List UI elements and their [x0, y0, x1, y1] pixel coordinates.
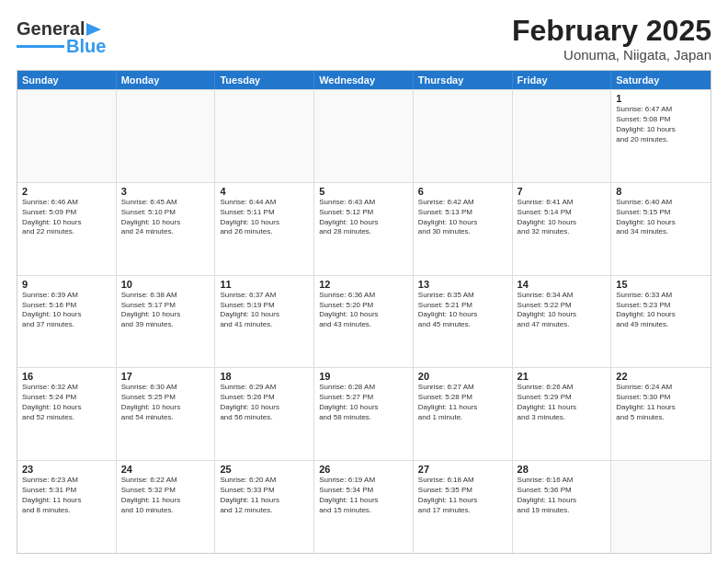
cal-cell-r0-c3 — [314, 90, 414, 182]
day-info: Sunrise: 6:18 AM Sunset: 5:35 PM Dayligh… — [418, 476, 507, 515]
day-info: Sunrise: 6:46 AM Sunset: 5:09 PM Dayligh… — [22, 198, 111, 237]
day-info: Sunrise: 6:33 AM Sunset: 5:23 PM Dayligh… — [616, 291, 706, 330]
day-info: Sunrise: 6:19 AM Sunset: 5:34 PM Dayligh… — [319, 476, 408, 515]
header-monday: Monday — [117, 71, 216, 89]
day-info: Sunrise: 6:20 AM Sunset: 5:33 PM Dayligh… — [220, 476, 309, 515]
day-info: Sunrise: 6:35 AM Sunset: 5:21 PM Dayligh… — [418, 291, 507, 330]
cal-cell-r2-c6: 15Sunrise: 6:33 AM Sunset: 5:23 PM Dayli… — [611, 276, 711, 368]
day-number: 12 — [319, 279, 408, 290]
cal-cell-r4-c1: 24Sunrise: 6:22 AM Sunset: 5:32 PM Dayli… — [117, 461, 216, 553]
calendar: Sunday Monday Tuesday Wednesday Thursday… — [17, 70, 711, 554]
day-number: 20 — [418, 371, 507, 382]
day-info: Sunrise: 6:30 AM Sunset: 5:25 PM Dayligh… — [121, 383, 210, 422]
cal-cell-r1-c3: 5Sunrise: 6:43 AM Sunset: 5:12 PM Daylig… — [314, 183, 414, 275]
cal-cell-r2-c1: 10Sunrise: 6:38 AM Sunset: 5:17 PM Dayli… — [117, 276, 216, 368]
cal-cell-r3-c2: 18Sunrise: 6:29 AM Sunset: 5:26 PM Dayli… — [215, 368, 314, 460]
cal-cell-r1-c2: 4Sunrise: 6:44 AM Sunset: 5:11 PM Daylig… — [215, 183, 314, 275]
day-info: Sunrise: 6:27 AM Sunset: 5:28 PM Dayligh… — [418, 383, 507, 422]
cal-cell-r2-c2: 11Sunrise: 6:37 AM Sunset: 5:19 PM Dayli… — [215, 276, 314, 368]
cal-cell-r0-c2 — [215, 90, 314, 182]
cal-cell-r1-c0: 2Sunrise: 6:46 AM Sunset: 5:09 PM Daylig… — [17, 183, 117, 275]
day-number: 23 — [22, 464, 111, 475]
day-number: 22 — [616, 371, 706, 382]
day-info: Sunrise: 6:23 AM Sunset: 5:31 PM Dayligh… — [22, 476, 111, 515]
day-number: 25 — [220, 464, 309, 475]
header-tuesday: Tuesday — [215, 71, 314, 89]
cal-cell-r3-c5: 21Sunrise: 6:26 AM Sunset: 5:29 PM Dayli… — [513, 368, 612, 460]
day-number: 4 — [220, 186, 309, 197]
day-number: 1 — [616, 93, 706, 104]
header-wednesday: Wednesday — [314, 71, 414, 89]
header-saturday: Saturday — [611, 71, 711, 89]
day-info: Sunrise: 6:37 AM Sunset: 5:19 PM Dayligh… — [220, 291, 309, 330]
day-number: 26 — [319, 464, 408, 475]
cal-cell-r0-c6: 1Sunrise: 6:47 AM Sunset: 5:08 PM Daylig… — [611, 90, 711, 182]
day-info: Sunrise: 6:39 AM Sunset: 5:16 PM Dayligh… — [22, 291, 111, 330]
day-number: 18 — [220, 371, 309, 382]
cal-cell-r2-c0: 9Sunrise: 6:39 AM Sunset: 5:16 PM Daylig… — [17, 276, 117, 368]
day-number: 24 — [121, 464, 210, 475]
page: General Blue February 2025 Uonuma, Niiga… — [0, 0, 728, 563]
cal-cell-r1-c5: 7Sunrise: 6:41 AM Sunset: 5:14 PM Daylig… — [513, 183, 612, 275]
calendar-body: 1Sunrise: 6:47 AM Sunset: 5:08 PM Daylig… — [17, 89, 711, 553]
cal-cell-r0-c5 — [513, 90, 612, 182]
cal-cell-r4-c5: 28Sunrise: 6:16 AM Sunset: 5:36 PM Dayli… — [513, 461, 612, 553]
cal-cell-r3-c1: 17Sunrise: 6:30 AM Sunset: 5:25 PM Dayli… — [117, 368, 216, 460]
cal-cell-r1-c6: 8Sunrise: 6:40 AM Sunset: 5:15 PM Daylig… — [611, 183, 711, 275]
day-info: Sunrise: 6:29 AM Sunset: 5:26 PM Dayligh… — [220, 383, 309, 422]
cal-cell-r0-c0 — [17, 90, 117, 182]
day-number: 10 — [121, 279, 210, 290]
day-info: Sunrise: 6:28 AM Sunset: 5:27 PM Dayligh… — [319, 383, 408, 422]
cal-row-4: 23Sunrise: 6:23 AM Sunset: 5:31 PM Dayli… — [17, 460, 711, 553]
svg-marker-0 — [86, 23, 101, 36]
cal-cell-r2-c3: 12Sunrise: 6:36 AM Sunset: 5:20 PM Dayli… — [314, 276, 414, 368]
day-info: Sunrise: 6:16 AM Sunset: 5:36 PM Dayligh… — [518, 476, 607, 515]
day-info: Sunrise: 6:41 AM Sunset: 5:14 PM Dayligh… — [518, 198, 607, 237]
title-block: February 2025 Uonuma, Niigata, Japan — [512, 15, 711, 63]
logo: General Blue — [17, 18, 106, 57]
cal-cell-r1-c4: 6Sunrise: 6:42 AM Sunset: 5:13 PM Daylig… — [414, 183, 513, 275]
day-number: 7 — [518, 186, 607, 197]
header: General Blue February 2025 Uonuma, Niiga… — [17, 15, 711, 63]
cal-cell-r3-c6: 22Sunrise: 6:24 AM Sunset: 5:30 PM Dayli… — [611, 368, 711, 460]
cal-cell-r0-c4 — [414, 90, 513, 182]
day-info: Sunrise: 6:24 AM Sunset: 5:30 PM Dayligh… — [616, 383, 706, 422]
day-number: 3 — [121, 186, 210, 197]
header-sunday: Sunday — [17, 71, 117, 89]
day-info: Sunrise: 6:32 AM Sunset: 5:24 PM Dayligh… — [22, 383, 111, 422]
day-info: Sunrise: 6:44 AM Sunset: 5:11 PM Dayligh… — [220, 198, 309, 237]
cal-cell-r2-c4: 13Sunrise: 6:35 AM Sunset: 5:21 PM Dayli… — [414, 276, 513, 368]
cal-cell-r4-c3: 26Sunrise: 6:19 AM Sunset: 5:34 PM Dayli… — [314, 461, 414, 553]
cal-cell-r3-c3: 19Sunrise: 6:28 AM Sunset: 5:27 PM Dayli… — [314, 368, 414, 460]
day-number: 16 — [22, 371, 111, 382]
day-info: Sunrise: 6:38 AM Sunset: 5:17 PM Dayligh… — [121, 291, 210, 330]
day-info: Sunrise: 6:47 AM Sunset: 5:08 PM Dayligh… — [616, 105, 706, 144]
cal-cell-r4-c0: 23Sunrise: 6:23 AM Sunset: 5:31 PM Dayli… — [17, 461, 117, 553]
day-info: Sunrise: 6:36 AM Sunset: 5:20 PM Dayligh… — [319, 291, 408, 330]
calendar-title: February 2025 — [512, 15, 711, 47]
day-number: 19 — [319, 371, 408, 382]
day-info: Sunrise: 6:42 AM Sunset: 5:13 PM Dayligh… — [418, 198, 507, 237]
day-info: Sunrise: 6:43 AM Sunset: 5:12 PM Dayligh… — [319, 198, 408, 237]
cal-cell-r4-c4: 27Sunrise: 6:18 AM Sunset: 5:35 PM Dayli… — [414, 461, 513, 553]
day-number: 28 — [518, 464, 607, 475]
calendar-subtitle: Uonuma, Niigata, Japan — [512, 47, 711, 63]
day-number: 2 — [22, 186, 111, 197]
cal-row-3: 16Sunrise: 6:32 AM Sunset: 5:24 PM Dayli… — [17, 367, 711, 460]
day-number: 13 — [418, 279, 507, 290]
day-info: Sunrise: 6:45 AM Sunset: 5:10 PM Dayligh… — [121, 198, 210, 237]
cal-row-0: 1Sunrise: 6:47 AM Sunset: 5:08 PM Daylig… — [17, 89, 711, 182]
day-number: 8 — [616, 186, 706, 197]
cal-cell-r4-c6 — [611, 461, 711, 553]
day-number: 9 — [22, 279, 111, 290]
cal-cell-r4-c2: 25Sunrise: 6:20 AM Sunset: 5:33 PM Dayli… — [215, 461, 314, 553]
day-number: 27 — [418, 464, 507, 475]
calendar-header: Sunday Monday Tuesday Wednesday Thursday… — [17, 71, 711, 89]
day-number: 17 — [121, 371, 210, 382]
cal-cell-r2-c5: 14Sunrise: 6:34 AM Sunset: 5:22 PM Dayli… — [513, 276, 612, 368]
cal-cell-r1-c1: 3Sunrise: 6:45 AM Sunset: 5:10 PM Daylig… — [117, 183, 216, 275]
cal-cell-r0-c1 — [117, 90, 216, 182]
day-info: Sunrise: 6:40 AM Sunset: 5:15 PM Dayligh… — [616, 198, 706, 237]
day-number: 11 — [220, 279, 309, 290]
cal-row-2: 9Sunrise: 6:39 AM Sunset: 5:16 PM Daylig… — [17, 275, 711, 368]
